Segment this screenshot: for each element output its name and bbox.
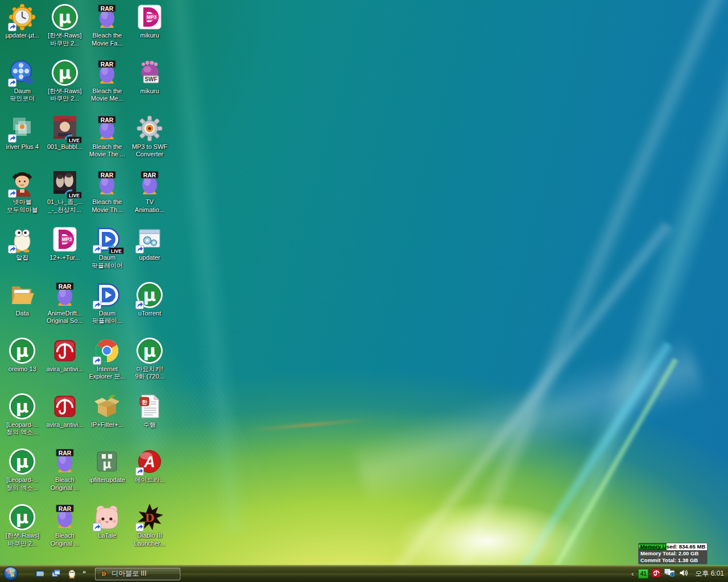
latale-shortcut[interactable]: LaTale [86, 502, 129, 558]
diablo3-taskbar-icon: D [100, 569, 108, 578]
tv-animation-rar[interactable]: RARTVAnimatio... [129, 168, 171, 224]
svg-text:SWF: SWF [144, 76, 157, 82]
shortcut-arrow-icon [135, 467, 144, 476]
start-button[interactable] [3, 566, 18, 581]
desktop-icon-label: Bleach theMovie The ... [89, 143, 125, 159]
leopard-blue-exorcist-torrent-2[interactable]: µ[Leopard-...청의 엑소... [1, 446, 44, 502]
bleach-movie-th-rar[interactable]: RARBleach theMovie Th... [86, 168, 129, 224]
animedrift-original-so-rar[interactable]: RARAnimeDrift...Original So... [44, 280, 86, 335]
alzip-egg-icon[interactable] [67, 569, 77, 579]
desktop-icon-label: avira_antivi... [46, 365, 83, 373]
ipfilter-icon: µ [93, 448, 121, 475]
bubble-pop-media-file[interactable]: LIVE001_Bubbl... [44, 113, 86, 169]
bleach-movie-fa-rar[interactable]: RARBleach theMovie Fa... [86, 2, 129, 57]
turn-mp3-file[interactable]: MP312+-+Tur... [44, 224, 86, 280]
taskbar: » D 디아블로 III ‹ 41 오후 6:01 [0, 565, 728, 582]
desktop-icon-label: BleachOriginal ... [51, 532, 79, 547]
oreimo-13-torrent[interactable]: µoreimo 13 [1, 335, 44, 391]
svg-text:D: D [145, 512, 154, 524]
aurora-streak [345, 219, 676, 582]
shortcut-arrow-icon [135, 301, 144, 309]
data-folder[interactable]: Data [1, 280, 44, 335]
latale-icon [93, 504, 121, 531]
desktop-icon-label: InternetExplorer 문... [89, 365, 125, 381]
svg-text:RAR: RAR [101, 5, 114, 12]
desktop-icon-label: AnimeDrift...Original So... [47, 310, 83, 325]
bleach-original-rar[interactable]: RARBleachOriginal ... [44, 446, 86, 502]
hanssat-raws-bakuman-torrent[interactable]: µ[한샛-Raws]바쿠만 2... [44, 2, 86, 57]
ip-filter-archive[interactable]: IP+Filter+... [86, 391, 129, 447]
desktop-icon-label: uTorrent [138, 310, 161, 318]
iriver-plus4-shortcut[interactable]: iriver Plus 4 [1, 113, 44, 169]
live-badge-icon: LIVE [64, 134, 82, 143]
memory-monitor-widget: Memory Used: 834.65 MB Memory Total: 2.0… [638, 543, 708, 564]
mikuru-mp3[interactable]: MP3mikuru [129, 2, 171, 57]
memory-used-row: Memory Used: 834.65 MB [639, 543, 707, 550]
updater-shortcut[interactable]: updater [129, 224, 171, 280]
avira-antivir-installer-2[interactable]: avira_antivi... [44, 391, 86, 447]
netmarble-icon [9, 170, 36, 197]
hanssat-raws-bakuman-torrent-3[interactable]: µ[한샛-Raws]바쿠만 2... [1, 502, 44, 558]
daumfilm-icon [9, 59, 36, 86]
desktop-icon-label: avira_antivi... [46, 421, 83, 429]
taskbar-button-diablo3[interactable]: D 디아블로 III [95, 568, 180, 580]
adrive-shortcut[interactable]: A에이드라... [129, 446, 171, 502]
svg-text:RAR: RAR [101, 116, 114, 123]
avira-tray-icon[interactable] [652, 568, 661, 580]
desktop-icon-label: 알집 [16, 254, 28, 262]
internet-explorer-doc-shortcut[interactable]: InternetExplorer 문... [86, 335, 129, 391]
svg-text:µ: µ [16, 340, 29, 361]
album2-icon: LIVE [51, 170, 78, 197]
bleach-movie-the-rar[interactable]: RARBleach theMovie The ... [86, 113, 129, 169]
chrome-icon [93, 337, 121, 364]
show-desktop-icon[interactable] [35, 569, 45, 579]
svg-text:µ: µ [143, 340, 156, 361]
netmarble-modoo-marble-shortcut[interactable]: 넷마블모두의마블 [1, 168, 44, 224]
diablo3-launcher-shortcut[interactable]: DDiablo IIILauncher... [129, 502, 171, 558]
switch-windows-icon[interactable] [51, 569, 61, 579]
desktop-icon-label: iriver Plus 4 [6, 143, 39, 151]
mp3-to-swf-converter[interactable]: MP3 to SWFConverter [129, 113, 171, 169]
daum-potplayer-shortcut-2[interactable]: Daum팟플레이... [86, 280, 129, 335]
utorrent-shortcut[interactable]: µuTorrent [129, 280, 171, 335]
updater-ut-shortcut[interactable]: µpdater-µt... [1, 2, 44, 57]
ipfilterupdate[interactable]: µipfilterupdate [86, 446, 129, 502]
mayo-chiki-ep9-torrent[interactable]: µ마요치키!9화 (720... [129, 335, 171, 391]
bleach-original-rar-2[interactable]: RARBleachOriginal ... [44, 502, 86, 558]
mikuru-swf[interactable]: SWFmikuru [129, 57, 171, 113]
hanssat-raws-bakuman-torrent-2[interactable]: µ[한샛-Raws]바쿠만 2... [44, 57, 86, 113]
daum-potplayer-shortcut[interactable]: LIVEDaum팟플레이어 [86, 224, 129, 280]
swffoot-icon: SWF [136, 59, 163, 86]
avira-antivir-installer[interactable]: avira_antivi... [44, 335, 86, 391]
shortcut-arrow-icon [93, 301, 101, 309]
utorrent-icon: µ [136, 337, 163, 364]
desktop-icon-label: µpdater-µt... [5, 32, 39, 40]
svg-text:µ: µ [16, 396, 29, 417]
bleach-movie-me-rar[interactable]: RARBleach theMovie Me... [86, 57, 129, 113]
rar-icon: RAR [93, 59, 121, 86]
quick-launch-overflow-chevron[interactable]: » [82, 568, 86, 575]
tray-clock[interactable]: 오후 6:01 [695, 569, 724, 579]
volume-tray-icon[interactable] [679, 568, 688, 580]
desktop-icon-label: mikuru [140, 32, 159, 40]
adrive-icon: A [136, 448, 163, 475]
utorrent-icon: µ [9, 393, 36, 420]
suhaeng-hwp-doc[interactable]: 한수행 [129, 391, 171, 447]
svg-text:µ: µ [58, 7, 71, 27]
svg-text:RAR: RAR [143, 172, 156, 178]
desktop-icon-label: updater [139, 254, 160, 262]
cheonsangjihee-media-file[interactable]: LIVE01_나_좀_..._-_천상지... [44, 168, 86, 224]
daum-potencoder-shortcut[interactable]: Daum팟인코더 [1, 57, 44, 113]
network-tray-icon[interactable] [664, 568, 676, 580]
mp3pink-icon: MP3 [51, 226, 78, 253]
tray-collapse-chevron[interactable]: ‹ [631, 569, 634, 578]
svg-text:LIVE: LIVE [111, 248, 122, 254]
utorrent-icon: µ [51, 59, 78, 86]
desktop-icon-label: Diablo IIILauncher... [134, 532, 165, 547]
geareye-icon [136, 115, 163, 142]
temperature-tray-icon[interactable]: 41 [638, 569, 648, 579]
rar-icon: RAR [93, 170, 121, 197]
desktop-icon-label: Daum팟인코더 [10, 88, 35, 103]
leopard-blue-exorcist-torrent[interactable]: µ[Leopard-...청의 엑소... [1, 391, 44, 447]
alzip-shortcut[interactable]: 알집 [1, 224, 44, 280]
